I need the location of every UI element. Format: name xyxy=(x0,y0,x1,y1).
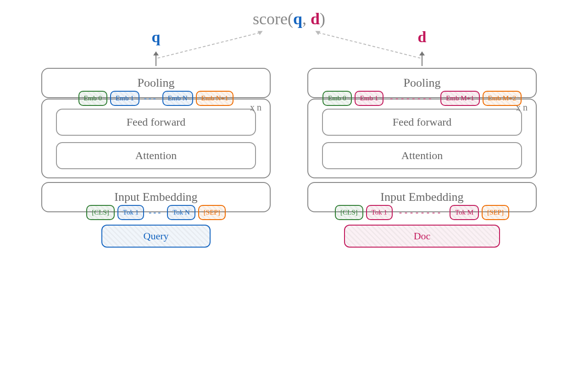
d-tok-1: Tok 1 xyxy=(366,205,393,220)
q-tok-1: Tok 1 xyxy=(117,205,144,220)
score-q-var: q xyxy=(293,10,302,28)
score-prefix: score( xyxy=(253,10,293,28)
query-encoder-column: q Pooling Emb 0 Emb 1 --- Emb N Emb N+1 … xyxy=(41,61,271,248)
d-emb-m1: Emb M+1 xyxy=(440,91,479,106)
doc-encoder-column: d Pooling Emb 0 Emb 1 -------- Emb M+1 E… xyxy=(307,61,537,248)
d-transformer-stack: x n Feed forward Attention xyxy=(307,99,537,178)
q-attention: Attention xyxy=(56,142,256,169)
q-token-row: [CLS] Tok 1 --- Tok N [SEP] xyxy=(41,205,271,220)
q-tok-n: Tok N xyxy=(167,205,195,220)
d-feed-forward: Feed forward xyxy=(322,109,522,136)
q-embedding-row: Emb 0 Emb 1 --- Emb N Emb N+1 xyxy=(41,91,271,106)
q-sep-token: [SEP] xyxy=(198,205,226,220)
encoder-columns: q Pooling Emb 0 Emb 1 --- Emb N Emb N+1 … xyxy=(41,61,537,248)
score-suffix: ) xyxy=(320,10,325,28)
score-expression: score(q, d) xyxy=(253,9,325,28)
q-cls-token: [CLS] xyxy=(86,205,115,220)
doc-source-chip: Doc xyxy=(344,225,500,248)
q-emb-1: Emb 1 xyxy=(110,91,139,106)
q-emb-n1: Emb N+1 xyxy=(196,91,234,106)
q-tok-ellipsis: --- xyxy=(147,208,164,217)
q-emb-n: Emb N xyxy=(162,91,193,106)
q-output-label: q xyxy=(152,28,161,46)
d-emb-1: Emb 1 xyxy=(355,91,384,106)
d-attention: Attention xyxy=(322,142,522,169)
q-emb-0: Emb 0 xyxy=(78,91,108,106)
q-feed-forward: Feed forward xyxy=(56,109,256,136)
q-emb-ellipsis: --- xyxy=(142,94,160,103)
score-comma: , xyxy=(302,10,311,28)
d-emb-0: Emb 0 xyxy=(322,91,352,106)
dashed-arrow-q-to-score xyxy=(157,32,260,59)
d-tok-m: Tok M xyxy=(450,205,479,220)
d-cls-token: [CLS] xyxy=(335,205,363,220)
dashed-arrow-d-to-score xyxy=(318,32,421,59)
d-tok-ellipsis: -------- xyxy=(395,208,447,217)
query-source-chip: Query xyxy=(101,225,211,248)
d-token-row: [CLS] Tok 1 -------- Tok M [SEP] xyxy=(307,205,537,220)
d-embedding-row: Emb 0 Emb 1 -------- Emb M+1 Emb M+2 xyxy=(307,91,537,106)
d-emb-ellipsis: -------- xyxy=(386,94,438,103)
q-transformer-stack: x n Feed forward Attention xyxy=(41,99,271,178)
d-emb-m2: Emb M+2 xyxy=(483,91,522,106)
d-sep-token: [SEP] xyxy=(482,205,509,220)
d-output-label: d xyxy=(418,28,427,46)
score-d-var: d xyxy=(311,10,320,28)
